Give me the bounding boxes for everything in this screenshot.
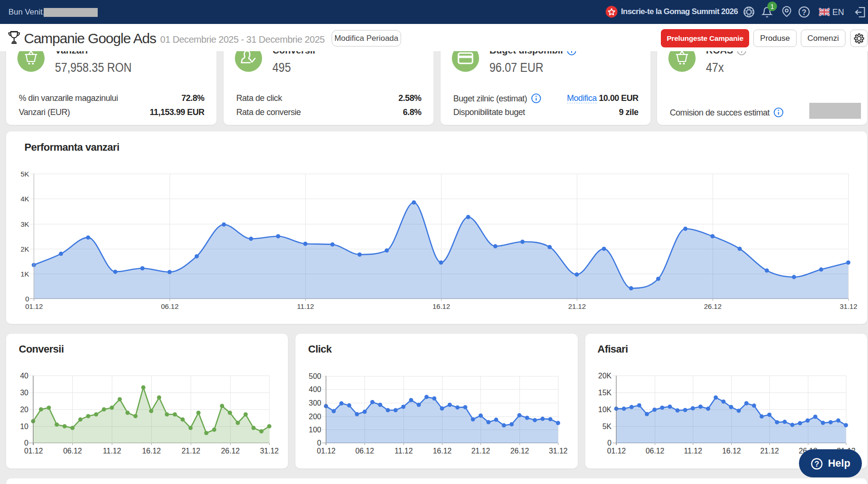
svg-text:26.12: 26.12 xyxy=(510,447,529,455)
svg-text:0: 0 xyxy=(317,439,321,447)
svg-text:5K: 5K xyxy=(602,423,612,430)
svg-text:1K: 1K xyxy=(21,270,29,278)
svg-text:06.12: 06.12 xyxy=(63,447,82,455)
svg-text:20K: 20K xyxy=(598,372,612,380)
svg-text:30: 30 xyxy=(20,389,29,397)
svg-text:3K: 3K xyxy=(21,220,29,228)
svg-text:0: 0 xyxy=(25,295,29,303)
svg-text:300: 300 xyxy=(309,399,321,407)
svg-text:16.12: 16.12 xyxy=(142,447,161,455)
svg-text:1: 1 xyxy=(770,3,774,10)
svg-text:01.12: 01.12 xyxy=(317,447,335,455)
svg-text:06.12: 06.12 xyxy=(645,447,664,455)
svg-text:31.12: 31.12 xyxy=(549,447,567,455)
svg-text:4K: 4K xyxy=(21,195,29,203)
svg-text:06.12: 06.12 xyxy=(355,447,374,455)
svg-text:21.12: 21.12 xyxy=(471,447,490,455)
svg-text:16.12: 16.12 xyxy=(433,447,451,455)
svg-text:06.12: 06.12 xyxy=(161,302,179,310)
svg-text:11.12: 11.12 xyxy=(297,302,314,310)
svg-text:40: 40 xyxy=(20,372,29,380)
svg-text:11.12: 11.12 xyxy=(103,447,121,455)
svg-text:16.12: 16.12 xyxy=(722,447,741,455)
svg-text:2K: 2K xyxy=(21,245,29,253)
svg-text:15K: 15K xyxy=(598,389,612,397)
svg-text:10: 10 xyxy=(20,423,29,430)
svg-text:?: ? xyxy=(814,460,819,468)
svg-text:0: 0 xyxy=(607,439,612,447)
svg-text:5K: 5K xyxy=(21,170,29,178)
svg-text:01.12: 01.12 xyxy=(607,447,626,455)
svg-text:31.12: 31.12 xyxy=(840,302,858,310)
svg-text:500: 500 xyxy=(309,372,321,380)
svg-text:16.12: 16.12 xyxy=(433,302,450,310)
svg-text:26.12: 26.12 xyxy=(221,447,240,455)
svg-text:11.12: 11.12 xyxy=(684,447,702,455)
svg-text:0: 0 xyxy=(24,439,29,447)
svg-text:21.12: 21.12 xyxy=(760,447,779,455)
svg-text:31.12: 31.12 xyxy=(260,447,279,455)
svg-text:01.12: 01.12 xyxy=(25,302,43,310)
svg-text:200: 200 xyxy=(309,413,321,421)
svg-text:26.12: 26.12 xyxy=(704,302,722,310)
svg-text:20: 20 xyxy=(20,406,29,414)
svg-text:21.12: 21.12 xyxy=(181,447,200,455)
svg-text:10K: 10K xyxy=(598,406,612,414)
svg-text:?: ? xyxy=(802,8,806,16)
svg-text:400: 400 xyxy=(309,385,321,393)
svg-text:21.12: 21.12 xyxy=(568,302,586,310)
svg-text:100: 100 xyxy=(309,426,321,434)
svg-text:01.12: 01.12 xyxy=(24,447,43,455)
svg-text:11.12: 11.12 xyxy=(395,447,413,455)
